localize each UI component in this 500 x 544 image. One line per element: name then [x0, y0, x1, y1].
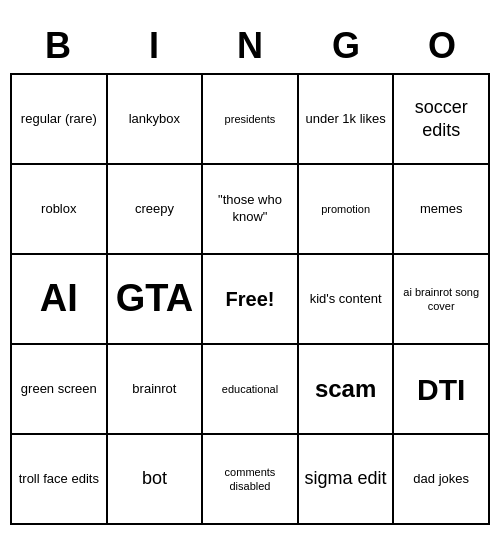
cell-6: creepy: [108, 165, 204, 255]
bingo-header: B I N G O: [10, 19, 490, 73]
header-b: B: [14, 25, 102, 67]
cell-12: Free!: [203, 255, 299, 345]
cell-0: regular (rare): [12, 75, 108, 165]
bingo-card: B I N G O regular (rare)lankyboxpresiden…: [10, 19, 490, 525]
cell-23: sigma edit: [299, 435, 395, 525]
bingo-grid: regular (rare)lankyboxpresidentsunder 1k…: [10, 73, 490, 525]
header-g: G: [302, 25, 390, 67]
cell-7: "those who know": [203, 165, 299, 255]
cell-3: under 1k likes: [299, 75, 395, 165]
cell-20: troll face edits: [12, 435, 108, 525]
header-i: I: [110, 25, 198, 67]
cell-10: AI: [12, 255, 108, 345]
cell-9: memes: [394, 165, 490, 255]
cell-8: promotion: [299, 165, 395, 255]
cell-18: scam: [299, 345, 395, 435]
cell-13: kid's content: [299, 255, 395, 345]
cell-2: presidents: [203, 75, 299, 165]
cell-14: ai brainrot song cover: [394, 255, 490, 345]
cell-24: dad jokes: [394, 435, 490, 525]
cell-5: roblox: [12, 165, 108, 255]
cell-19: DTI: [394, 345, 490, 435]
cell-15: green screen: [12, 345, 108, 435]
cell-16: brainrot: [108, 345, 204, 435]
cell-17: educational: [203, 345, 299, 435]
header-o: O: [398, 25, 486, 67]
cell-11: GTA: [108, 255, 204, 345]
cell-21: bot: [108, 435, 204, 525]
header-n: N: [206, 25, 294, 67]
cell-22: comments disabled: [203, 435, 299, 525]
cell-1: lankybox: [108, 75, 204, 165]
cell-4: soccer edits: [394, 75, 490, 165]
